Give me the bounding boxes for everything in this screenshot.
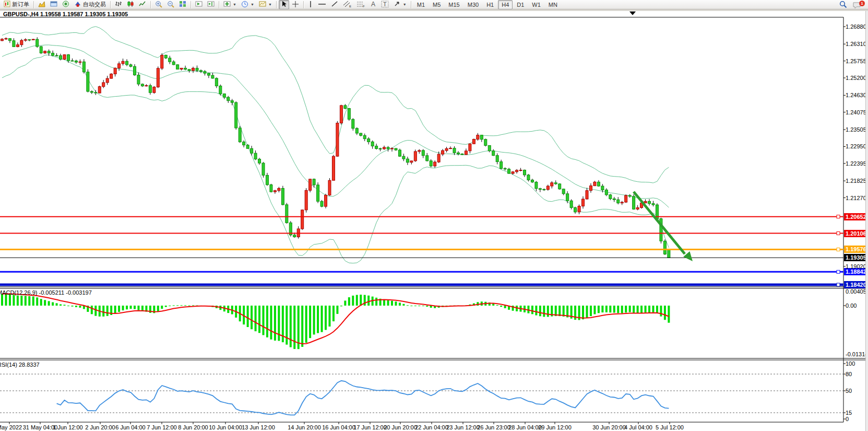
timeframe-group: M1M5M15M30H1H4D1W1MN bbox=[413, 0, 561, 9]
chart-shift-button[interactable] bbox=[205, 0, 217, 9]
search-icon[interactable] bbox=[839, 1, 847, 10]
timeframe-button-MN[interactable]: MN bbox=[545, 0, 561, 9]
svg-text:E: E bbox=[349, 5, 351, 8]
svg-text:F: F bbox=[363, 5, 365, 8]
market-watch-icon bbox=[38, 1, 45, 8]
timeframe-button-H4[interactable]: H4 bbox=[498, 0, 513, 9]
crosshair-tool-button[interactable] bbox=[290, 0, 301, 9]
cursor-tool-button[interactable] bbox=[279, 0, 289, 9]
channel-icon: E bbox=[343, 1, 352, 9]
timeframe-button-M30[interactable]: M30 bbox=[464, 0, 482, 9]
periods-button[interactable]: ▼ bbox=[239, 0, 256, 9]
autotrading-icon bbox=[74, 1, 81, 8]
toolbar-separator bbox=[191, 1, 191, 8]
fibonacci-tool-button[interactable]: F bbox=[354, 0, 367, 9]
arrows-tool-button[interactable]: ▼ bbox=[391, 0, 409, 9]
chevron-down-icon: ▼ bbox=[233, 3, 236, 6]
window-edge bbox=[865, 9, 868, 431]
toolbar-separator bbox=[33, 1, 34, 8]
vertical-line-icon bbox=[308, 1, 313, 9]
autotrading-label: 自动交易 bbox=[83, 1, 106, 8]
candlestick-button[interactable] bbox=[125, 0, 136, 9]
mt4-window: 新订单 自动交易 bbox=[0, 0, 868, 431]
navigator-icon bbox=[62, 1, 69, 8]
toolbar-strip bbox=[0, 9, 868, 11]
tile-windows-button[interactable] bbox=[177, 0, 188, 9]
text-tool-button[interactable]: A bbox=[368, 0, 378, 9]
auto-scroll-icon bbox=[195, 1, 203, 8]
trendline-icon bbox=[331, 1, 338, 8]
periods-icon bbox=[241, 1, 248, 9]
svg-text:T: T bbox=[383, 1, 387, 7]
zoom-in-icon bbox=[155, 1, 162, 9]
templates-button[interactable]: ▼ bbox=[257, 0, 274, 9]
toolbar-separator bbox=[276, 1, 277, 8]
timeframe-button-H1[interactable]: H1 bbox=[483, 0, 497, 9]
fibonacci-icon: F bbox=[356, 1, 365, 9]
tile-windows-icon bbox=[179, 1, 186, 8]
candlestick-icon bbox=[127, 1, 134, 8]
crosshair-icon bbox=[292, 1, 299, 9]
toolbar-separator bbox=[110, 1, 111, 8]
data-window-button[interactable] bbox=[48, 0, 60, 9]
new-order-button[interactable]: 新订单 bbox=[2, 0, 31, 9]
chevron-down-icon: ▼ bbox=[403, 3, 407, 6]
text-label-icon: T bbox=[381, 1, 389, 9]
auto-scroll-button[interactable] bbox=[193, 0, 205, 9]
templates-icon bbox=[259, 1, 266, 8]
bar-chart-button[interactable] bbox=[113, 0, 124, 9]
bar-chart-icon bbox=[115, 1, 122, 8]
line-chart-icon bbox=[139, 1, 146, 8]
new-order-label: 新订单 bbox=[12, 1, 29, 8]
toolbar-separator bbox=[411, 1, 411, 8]
indicators-button[interactable]: ▼ bbox=[221, 0, 239, 9]
zoom-out-icon bbox=[167, 1, 174, 9]
cursor-icon bbox=[281, 1, 287, 8]
notification-badge: 1 bbox=[859, 1, 865, 6]
toolbar: 新订单 自动交易 bbox=[0, 0, 868, 9]
horizontal-line-tool-button[interactable] bbox=[316, 0, 328, 9]
chevron-down-icon: ▼ bbox=[268, 3, 272, 6]
horizontal-line-icon bbox=[318, 2, 326, 8]
macd-indicator-label: MACD(12,26,9) -0.005211 -0.003197 bbox=[0, 289, 92, 296]
text-label-tool-button[interactable]: T bbox=[379, 0, 391, 9]
zoom-in-button[interactable] bbox=[153, 0, 164, 9]
arrows-icon bbox=[394, 1, 401, 8]
market-watch-button[interactable] bbox=[36, 0, 47, 9]
new-order-icon bbox=[4, 1, 10, 8]
timeframe-button-M1[interactable]: M1 bbox=[413, 0, 429, 9]
indicators-icon bbox=[223, 1, 231, 8]
chart-shift-icon bbox=[207, 1, 215, 8]
channel-tool-button[interactable]: E bbox=[341, 0, 354, 9]
chat-icon[interactable]: 1 bbox=[852, 2, 863, 10]
chart-title: GBPUSD-,H4 1.19558 1.19587 1.19305 1.193… bbox=[3, 11, 128, 17]
text-icon: A bbox=[370, 1, 376, 8]
timeframe-button-M15[interactable]: M15 bbox=[445, 0, 463, 9]
timeframe-button-M5[interactable]: M5 bbox=[429, 0, 444, 9]
toolbar-separator bbox=[150, 1, 151, 8]
chart-canvas[interactable] bbox=[0, 0, 868, 431]
toolbar-separator bbox=[303, 1, 304, 8]
timeframe-button-D1[interactable]: D1 bbox=[513, 0, 528, 9]
svg-text:A: A bbox=[371, 1, 375, 7]
toolbar-separator bbox=[219, 1, 219, 8]
zoom-out-button[interactable] bbox=[165, 0, 176, 9]
navigator-button[interactable] bbox=[60, 0, 72, 9]
trendline-tool-button[interactable] bbox=[329, 0, 340, 9]
chevron-down-icon: ▼ bbox=[251, 3, 254, 6]
vertical-line-tool-button[interactable] bbox=[306, 0, 315, 9]
autotrading-button[interactable]: 自动交易 bbox=[72, 0, 108, 9]
line-chart-button[interactable] bbox=[137, 0, 148, 9]
rsi-indicator-label: RSI(14) 28.8337 bbox=[0, 362, 40, 368]
timeframe-button-W1[interactable]: W1 bbox=[528, 0, 544, 9]
data-window-icon bbox=[50, 1, 57, 8]
chart-shift-marker-icon[interactable] bbox=[629, 11, 636, 15]
